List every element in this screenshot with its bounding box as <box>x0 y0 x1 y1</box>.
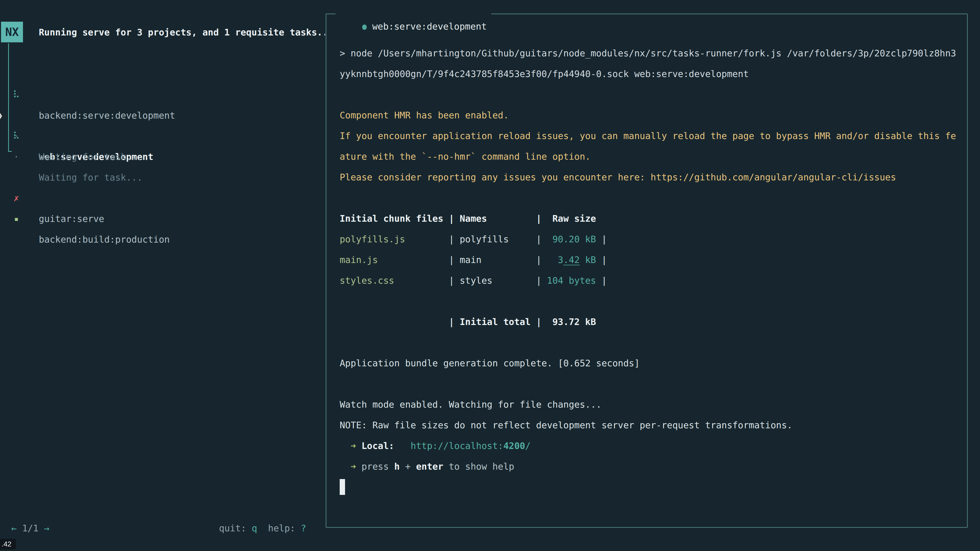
chunk-table-total: |Initial total|93.72 kB <box>340 311 967 332</box>
pipe: | <box>449 275 454 286</box>
pager-current: 1/1 <box>22 523 38 534</box>
pipe: | <box>536 254 541 265</box>
url-base: http://localhost: <box>410 441 503 451</box>
blank-line <box>340 291 967 311</box>
chunk-file: polyfills.js <box>340 229 443 249</box>
pipe: | <box>601 275 607 286</box>
size-value: 3 <box>558 254 563 265</box>
pending-dot-icon: · <box>11 146 21 167</box>
chunk-table-row: polyfills.js|polyfills|90.20 kB| <box>340 229 967 249</box>
chunk-table-row: main.js|main|3.42 kB| <box>340 249 967 270</box>
local-url-link[interactable]: http://localhost:4200/ <box>410 441 531 451</box>
chunk-name: styles <box>460 270 531 291</box>
note-line: NOTE: Raw file sizes do not reflect deve… <box>340 415 967 435</box>
total-label: Initial total <box>460 311 531 332</box>
blank-line <box>340 373 967 394</box>
nx-logo: NX <box>1 22 23 42</box>
command-line-2: yyknnbtgh0000gn/T/9f4c243785f8453e3f00/f… <box>340 64 967 84</box>
size-unit: kB <box>579 254 596 265</box>
hmr-warning-4: Please consider reporting any issues you… <box>340 167 967 187</box>
pipe: | <box>449 317 454 327</box>
size-value: 90.20 <box>552 234 579 245</box>
help-label: help: <box>268 523 295 534</box>
chunk-size: 3.42 kB <box>547 249 596 270</box>
cursor-line <box>340 477 967 497</box>
chunk-name: polyfills <box>460 229 531 249</box>
header-files: Initial chunk files <box>340 208 443 229</box>
task-row-waiting-2[interactable]: · Waiting for task... <box>0 126 321 146</box>
corner-value-overlay: .42 <box>0 539 16 549</box>
success-square-icon: ▪ <box>11 208 21 229</box>
press-word: press <box>361 461 389 472</box>
task-output-panel: web:serve:development > node /Users/mhar… <box>326 14 968 528</box>
task-row-guitar-serve[interactable]: ✗ guitar:serve <box>0 167 321 188</box>
key-enter: enter <box>416 461 443 472</box>
panel-title-text: web:serve:development <box>372 21 487 32</box>
header-names: Names <box>460 208 531 229</box>
blank-line <box>340 84 967 105</box>
press-rest: to show help <box>449 461 514 472</box>
size-unit: kB <box>579 234 596 245</box>
key-h: h <box>394 461 400 472</box>
command-line-1: > node /Users/mhartington/Github/guitars… <box>340 43 967 64</box>
pipe: | <box>536 213 541 224</box>
header-raw-size: Raw size <box>547 208 596 229</box>
running-dot-icon <box>362 24 367 30</box>
panel-title: web:serve:development <box>336 8 491 21</box>
bundle-complete-line: Application bundle generation complete. … <box>340 353 967 373</box>
size-unit: bytes <box>563 275 596 286</box>
chunk-file: styles.css <box>340 270 443 291</box>
task-row-web-serve-selected[interactable]: ❯ ⠧ web:serve:development <box>0 84 321 105</box>
run-summary-title: Running serve for 3 projects, and 1 requ… <box>39 25 325 39</box>
hmr-warning-1: Component HMR has been enabled. <box>340 105 967 125</box>
local-label: Local: <box>361 441 394 451</box>
chunk-size: 104 bytes <box>547 270 596 291</box>
url-slash: / <box>525 441 531 451</box>
task-row-waiting-1[interactable]: · Waiting for task... <box>0 105 321 126</box>
pipe: | <box>449 254 454 265</box>
blank-line <box>340 332 967 353</box>
url-port: 4200 <box>503 441 525 451</box>
task-label: Waiting for task... <box>39 146 142 167</box>
task-row-backend-build[interactable]: ▪ backend:build:production <box>0 188 321 208</box>
size-value: 104 <box>547 275 563 286</box>
blank-line <box>340 187 967 208</box>
pipe: | <box>449 213 454 224</box>
watch-mode-line: Watch mode enabled. Watching for file ch… <box>340 394 967 415</box>
local-url-line: ➜Local:http://localhost:4200/ <box>340 435 967 456</box>
chunk-name: main <box>460 249 531 270</box>
pipe: | <box>601 254 607 265</box>
plus-sign: + <box>405 461 410 472</box>
help-key: ? <box>301 523 306 534</box>
chunk-size: 90.20 kB <box>547 229 596 249</box>
terminal-output: > node /Users/mhartington/Github/guitars… <box>326 14 967 497</box>
total-size: 93.72 kB <box>547 311 596 332</box>
pager-next-icon[interactable]: → <box>44 523 49 534</box>
pipe: | <box>536 275 541 286</box>
size-underlined: .42 <box>563 254 579 265</box>
quit-label: quit: <box>219 523 246 534</box>
pipe: | <box>536 317 541 327</box>
task-label: guitar:serve <box>39 208 104 229</box>
terminal-cursor[interactable] <box>340 479 345 495</box>
hmr-warning-2: If you encounter application reload issu… <box>340 125 967 146</box>
hmr-warning-3: ature with the `--no-hmr` command line o… <box>340 146 967 167</box>
task-row-backend-serve[interactable]: ⠧ backend:serve:development <box>0 64 321 84</box>
quit-key: q <box>251 523 257 534</box>
pipe: | <box>536 234 541 245</box>
pager-prev-icon[interactable]: ← <box>11 523 17 534</box>
arrow-icon: ➜ <box>351 441 356 451</box>
pipe: | <box>449 234 454 245</box>
press-help-line: ➜pressh+enterto show help <box>340 456 967 477</box>
chunk-table-header: Initial chunk files|Names|Raw size <box>340 208 967 229</box>
chunk-table-row: styles.css|styles|104 bytes| <box>340 270 967 291</box>
pager: ←1/1→ <box>11 518 49 538</box>
task-label: backend:build:production <box>39 229 170 250</box>
chunk-file: main.js <box>340 249 443 270</box>
pipe: | <box>601 234 607 245</box>
arrow-icon: ➜ <box>351 461 356 472</box>
keyboard-hints: quit:qhelp:? <box>219 518 306 538</box>
